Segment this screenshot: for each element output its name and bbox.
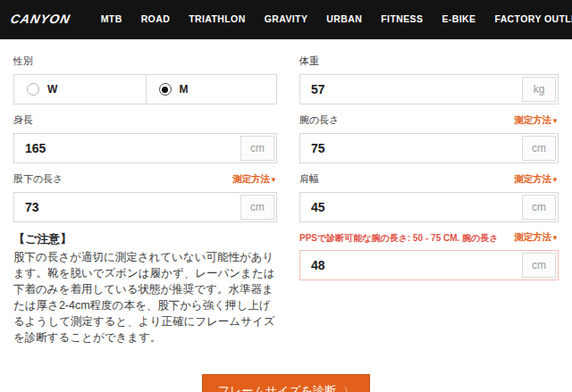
arm-length-input-group: 75 cm: [299, 133, 559, 163]
shoulder-width-label: 肩幅: [299, 172, 319, 186]
weight-label: 体重: [299, 54, 319, 68]
height-field: 身長 165 cm: [13, 113, 277, 163]
nav-item-factory-outlet[interactable]: FACTORY OUTLET: [494, 13, 572, 24]
inseam-input[interactable]: 73: [14, 193, 239, 221]
arm-length-unit: cm: [522, 136, 556, 161]
pps-arm-length-field: PPSで診断可能な腕の長さ: 50 - 75 CM. 腕の長さ 測定方法▼ 48…: [299, 231, 559, 280]
inseam-measure-method-link[interactable]: 測定方法▼: [232, 173, 277, 186]
gender-label: 性別: [13, 54, 33, 68]
notice-heading: 【ご注意】: [13, 231, 277, 247]
canyon-logo[interactable]: CANYON: [9, 12, 72, 26]
gender-radio-group: W M: [13, 74, 277, 104]
chevron-down-icon: ▼: [551, 117, 559, 125]
gender-option-m[interactable]: M: [146, 75, 277, 104]
chevron-right-icon: 〉: [343, 384, 354, 392]
inseam-label: 股下の長さ: [13, 172, 63, 186]
nav-item-gravity[interactable]: GRAVITY: [265, 13, 308, 24]
nav-item-fitness[interactable]: FITNESS: [381, 13, 423, 24]
nav-item-ebike[interactable]: E-BIKE: [442, 13, 475, 24]
shoulder-width-input[interactable]: 45: [300, 193, 520, 221]
inseam-input-group: 73 cm: [13, 192, 277, 222]
shoulder-measure-method-link[interactable]: 測定方法▼: [514, 173, 559, 186]
submit-row: フレームサイズを診断 〉: [13, 374, 559, 392]
form-right-column: 体重 57 kg 腕の長さ 測定方法▼ 75 cm 肩幅: [299, 54, 559, 346]
diagnose-frame-size-label: フレームサイズを診断: [218, 383, 336, 392]
pps-arm-length-input[interactable]: 48: [300, 251, 520, 279]
top-nav-bar: CANYON MTB ROAD TRIATHLON GRAVITY URBAN …: [0, 0, 572, 39]
shoulder-width-input-group: 45 cm: [299, 192, 559, 222]
diagnose-frame-size-button[interactable]: フレームサイズを診断 〉: [202, 374, 370, 392]
form-left-column: 性別 W M 身長 165: [13, 54, 277, 346]
pps-measure-method-link[interactable]: 測定方法▼: [514, 231, 559, 244]
inseam-unit: cm: [240, 195, 274, 220]
gender-option-w[interactable]: W: [14, 75, 146, 104]
height-input[interactable]: 165: [14, 134, 239, 163]
weight-unit: kg: [522, 77, 556, 102]
weight-input-group: 57 kg: [299, 74, 559, 104]
gender-option-m-label: M: [180, 83, 189, 96]
pps-arm-length-error-label: PPSで診断可能な腕の長さ: 50 - 75 CM. 腕の長さ: [299, 233, 499, 244]
inseam-field: 股下の長さ 測定方法▼ 73 cm: [13, 172, 277, 222]
inseam-notice: 【ご注意】 股下の長さが適切に測定されていない可能性があります。靴を脱いでズボン…: [13, 231, 277, 346]
height-unit: cm: [240, 136, 274, 161]
arm-length-label: 腕の長さ: [299, 113, 340, 127]
gender-field: 性別 W M: [13, 54, 277, 104]
radio-unselected-icon[interactable]: [27, 83, 39, 96]
weight-field: 体重 57 kg: [299, 54, 559, 104]
height-label: 身長: [13, 113, 33, 127]
pps-arm-length-unit: cm: [522, 253, 556, 278]
weight-input[interactable]: 57: [300, 75, 520, 104]
radio-selected-icon[interactable]: [159, 83, 172, 96]
nav-item-urban[interactable]: URBAN: [326, 13, 362, 24]
arm-measure-method-link[interactable]: 測定方法▼: [514, 114, 559, 127]
shoulder-width-unit: cm: [522, 195, 556, 220]
shoulder-width-field: 肩幅 測定方法▼ 45 cm: [299, 172, 559, 222]
notice-body: 股下の長さが適切に測定されていない可能性があります。靴を脱いでズボンは履かず、レ…: [13, 249, 277, 346]
nav-item-road[interactable]: ROAD: [141, 13, 171, 24]
frame-size-form: 性別 W M 身長 165: [0, 39, 572, 392]
chevron-down-icon: ▼: [551, 234, 559, 242]
arm-length-field: 腕の長さ 測定方法▼ 75 cm: [299, 113, 559, 163]
nav-item-triathlon[interactable]: TRIATHLON: [189, 13, 245, 24]
gender-option-w-label: W: [47, 83, 57, 96]
nav-item-mtb[interactable]: MTB: [101, 13, 122, 24]
arm-length-input[interactable]: 75: [300, 134, 520, 163]
main-nav: MTB ROAD TRIATHLON GRAVITY URBAN FITNESS…: [101, 13, 572, 24]
chevron-down-icon: ▼: [270, 176, 277, 184]
height-input-group: 165 cm: [13, 133, 277, 163]
chevron-down-icon: ▼: [551, 176, 559, 184]
pps-arm-length-input-group: 48 cm: [299, 250, 559, 280]
